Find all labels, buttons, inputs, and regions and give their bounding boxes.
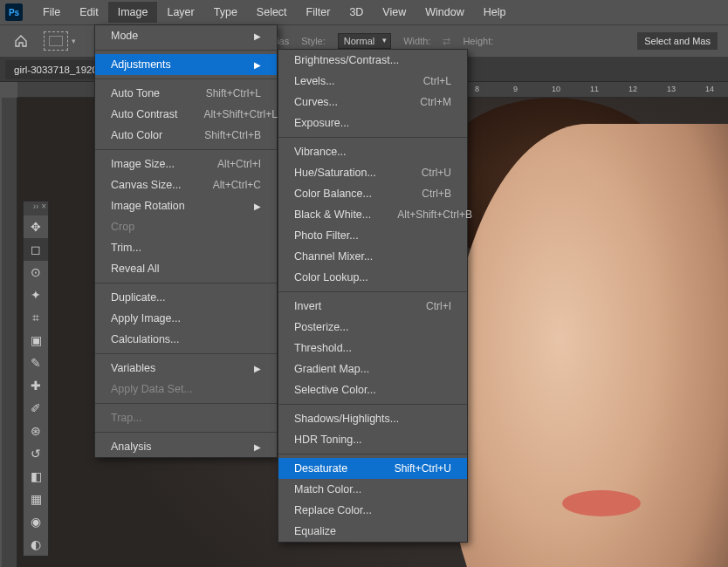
menuitem-variables[interactable]: Variables▶ (95, 358, 277, 379)
menuitem-image-size[interactable]: Image Size...Alt+Ctrl+I (95, 154, 277, 174)
select-and-mask-button[interactable]: Select and Mas (637, 32, 718, 50)
heal-tool[interactable]: ✚ (24, 374, 48, 397)
submenu-arrow-icon: ▶ (254, 202, 261, 211)
menu-window[interactable]: Window (416, 2, 473, 23)
menuitem-curves[interactable]: Curves...Ctrl+M (278, 92, 467, 113)
stamp-tool[interactable]: ⊛ (24, 420, 48, 442)
tool-preset[interactable] (44, 31, 68, 51)
menuitem-replace-color[interactable]: Replace Color... (278, 500, 467, 521)
menuitem-crop: Crop (95, 216, 277, 237)
submenu-arrow-icon: ▶ (254, 31, 261, 41)
menuitem-levels[interactable]: Levels...Ctrl+L (278, 71, 467, 92)
menuitem-black-white[interactable]: Black & White...Alt+Shift+Ctrl+B (278, 204, 467, 225)
menuitem-posterize[interactable]: Posterize... (278, 317, 467, 338)
width-label: Width: (403, 36, 430, 46)
menuitem-selective-color[interactable]: Selective Color... (278, 379, 467, 400)
menu-file[interactable]: File (33, 2, 70, 23)
menuitem-equalize[interactable]: Equalize (278, 521, 467, 542)
menuitem-reveal-all[interactable]: Reveal All (95, 258, 277, 279)
home-icon[interactable] (10, 31, 31, 51)
submenu-arrow-icon: ▶ (254, 364, 261, 373)
submenu-arrow-icon: ▶ (254, 442, 261, 452)
menu-image[interactable]: Image (108, 2, 158, 23)
menuitem-photo-filter[interactable]: Photo Filter... (278, 225, 467, 246)
blur-tool[interactable]: ◉ (24, 510, 48, 533)
menuitem-apply-image[interactable]: Apply Image... (95, 308, 277, 329)
menuitem-hue-saturation[interactable]: Hue/Saturation...Ctrl+U (278, 162, 467, 183)
menu-edit[interactable]: Edit (70, 2, 108, 23)
menuitem-match-color[interactable]: Match Color... (278, 479, 467, 500)
menuitem-invert[interactable]: InvertCtrl+I (278, 296, 467, 317)
menuitem-brightness-contrast[interactable]: Brightness/Contrast... (278, 50, 467, 71)
menuitem-image-rotation[interactable]: Image Rotation▶ (95, 195, 277, 216)
menuitem-auto-contrast[interactable]: Auto ContrastAlt+Shift+Ctrl+L (95, 104, 277, 125)
style-select[interactable]: Normal (338, 33, 391, 49)
menu-filter[interactable]: Filter (297, 2, 340, 23)
menuitem-trim[interactable]: Trim... (95, 237, 277, 258)
eyedropper-tool[interactable]: ✎ (24, 352, 48, 374)
brush-tool[interactable]: ✐ (24, 397, 48, 420)
menuitem-vibrance[interactable]: Vibrance... (278, 141, 467, 162)
wand-tool[interactable]: ✦ (24, 284, 48, 306)
height-label: Height: (463, 36, 493, 46)
menuitem-mode[interactable]: Mode▶ (95, 25, 277, 46)
menuitem-threshold[interactable]: Threshold... (278, 338, 467, 359)
menu-layer[interactable]: Layer (157, 2, 203, 23)
app-icon: Ps (5, 3, 23, 21)
swap-icon[interactable]: ⇄ (443, 36, 450, 47)
lasso-tool[interactable]: ⊙ (24, 261, 48, 284)
menuitem-channel-mixer[interactable]: Channel Mixer... (278, 246, 467, 267)
menuitem-calculations[interactable]: Calculations... (95, 329, 277, 350)
menuitem-trap: Trap... (95, 407, 277, 428)
submenu-arrow-icon: ▶ (254, 60, 261, 70)
toolbox: ›› × ✥◻⊙✦⌗▣✎✚✐⊛↺◧▦◉◐ (23, 201, 49, 557)
frame-tool[interactable]: ▣ (24, 329, 48, 352)
crop-tool[interactable]: ⌗ (24, 306, 48, 329)
menuitem-apply-data-set: Apply Data Set... (95, 379, 277, 400)
ruler-vertical (2, 98, 17, 567)
menuitem-auto-color[interactable]: Auto ColorShift+Ctrl+B (95, 125, 277, 146)
menuitem-color-balance[interactable]: Color Balance...Ctrl+B (278, 183, 467, 204)
menubar: Ps FileEditImageLayerTypeSelectFilter3DV… (0, 0, 728, 24)
move-tool[interactable]: ✥ (24, 215, 48, 238)
history-tool[interactable]: ↺ (24, 442, 48, 465)
menuitem-adjustments[interactable]: Adjustments▶ (95, 54, 277, 75)
menuitem-canvas-size[interactable]: Canvas Size...Alt+Ctrl+C (95, 174, 277, 195)
menu-help[interactable]: Help (474, 2, 516, 23)
menuitem-gradient-map[interactable]: Gradient Map... (278, 359, 467, 379)
menuitem-analysis[interactable]: Analysis▶ (95, 436, 277, 457)
menuitem-color-lookup[interactable]: Color Lookup... (278, 267, 467, 288)
menuitem-desaturate[interactable]: DesaturateShift+Ctrl+U (278, 458, 467, 479)
menuitem-auto-tone[interactable]: Auto ToneShift+Ctrl+L (95, 83, 277, 104)
menu-view[interactable]: View (373, 2, 416, 23)
menu-select[interactable]: Select (247, 2, 297, 23)
gradient-tool[interactable]: ▦ (24, 488, 48, 510)
menuitem-shadows-highlights[interactable]: Shadows/Highlights... (278, 408, 467, 429)
menuitem-hdr-toning[interactable]: HDR Toning... (278, 429, 467, 450)
image-menu: Mode▶Adjustments▶Auto ToneShift+Ctrl+LAu… (94, 24, 278, 458)
dodge-tool[interactable]: ◐ (24, 533, 48, 556)
toolbox-header[interactable]: ›› × (24, 202, 48, 215)
marquee-tool[interactable]: ◻ (24, 238, 48, 261)
menuitem-exposure[interactable]: Exposure... (278, 113, 467, 133)
style-label: Style: (301, 36, 326, 46)
eraser-tool[interactable]: ◧ (24, 465, 48, 488)
adjustments-submenu: Brightness/Contrast...Levels...Ctrl+LCur… (278, 49, 468, 543)
menuitem-duplicate[interactable]: Duplicate... (95, 287, 277, 308)
menu-type[interactable]: Type (204, 2, 247, 23)
menu-3d[interactable]: 3D (340, 2, 373, 23)
